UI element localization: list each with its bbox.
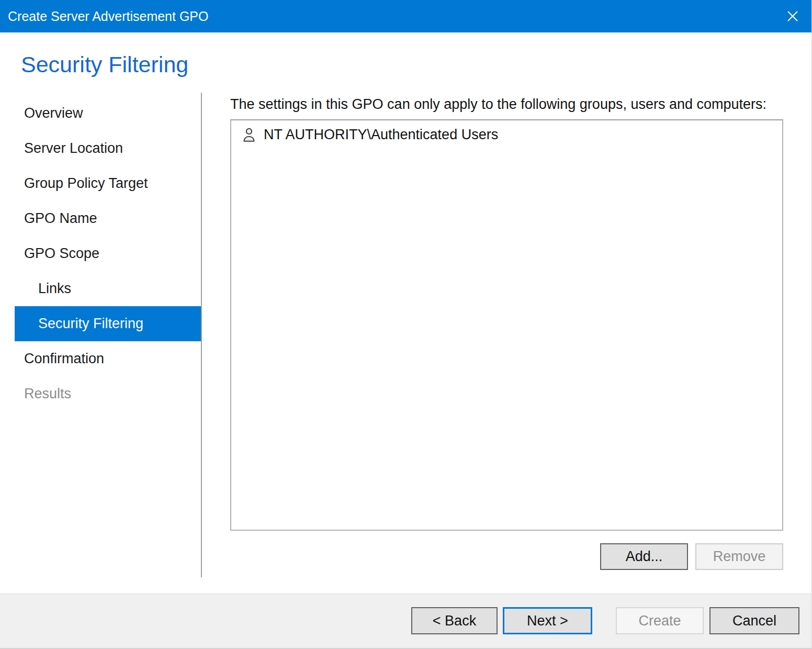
sidebar-item-confirmation[interactable]: Confirmation (15, 341, 201, 376)
security-filtering-instruction: The settings in this GPO can only apply … (230, 96, 766, 113)
window-title: Create Server Advertisement GPO (8, 9, 208, 24)
page-title: Security Filtering (21, 52, 188, 77)
sidebar-item-links[interactable]: Links (15, 271, 201, 306)
sidebar-divider (201, 93, 202, 577)
sidebar-item-overview[interactable]: Overview (15, 96, 201, 131)
sidebar-item-gpo-scope[interactable]: GPO Scope (15, 236, 201, 271)
remove-button: Remove (695, 543, 783, 570)
sidebar-item-group-policy-target[interactable]: Group Policy Target (15, 166, 201, 201)
principal-name: NT AUTHORITY\Authenticated Users (264, 127, 498, 143)
create-button: Create (616, 607, 704, 634)
wizard-steps-nav: Overview Server Location Group Policy Ta… (0, 96, 201, 411)
close-button[interactable] (778, 0, 807, 32)
list-item[interactable]: NT AUTHORITY\Authenticated Users (231, 120, 782, 143)
add-button[interactable]: Add... (600, 543, 688, 570)
sidebar-item-results: Results (15, 376, 201, 411)
close-icon (786, 9, 799, 23)
sidebar-item-server-location[interactable]: Server Location (15, 131, 201, 166)
back-button[interactable]: < Back (411, 607, 498, 634)
next-button[interactable]: Next > (503, 607, 592, 634)
sidebar-item-gpo-name[interactable]: GPO Name (15, 201, 201, 236)
person-icon (241, 126, 257, 143)
security-principals-list[interactable]: NT AUTHORITY\Authenticated Users (230, 119, 783, 531)
title-bar: Create Server Advertisement GPO (0, 0, 811, 32)
wizard-window: Create Server Advertisement GPO Security… (0, 0, 812, 649)
sidebar-item-security-filtering[interactable]: Security Filtering (15, 306, 201, 341)
cancel-button[interactable]: Cancel (709, 607, 799, 634)
